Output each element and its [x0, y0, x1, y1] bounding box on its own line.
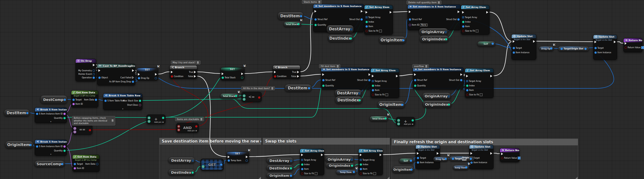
dropdown[interactable]: None: [420, 24, 428, 26]
output-pin[interactable]: [402, 38, 405, 42]
temp-item-pin[interactable]: [228, 159, 230, 162]
node-return-node-1[interactable]: Return NodeReturn Value✓: [623, 38, 642, 52]
variable-get-originitem[interactable]: OriginItem: [377, 101, 405, 108]
output-pin[interactable]: [290, 166, 292, 170]
exec-pin[interactable]: [396, 75, 398, 77]
data-pin[interactable]: [402, 39, 405, 41]
exec-pin[interactable]: [360, 154, 362, 156]
item-instance-pin[interactable]: [470, 161, 473, 164]
output-pin[interactable]: [448, 94, 450, 98]
variable-get-destindex[interactable]: DestIndex: [168, 169, 195, 176]
node-set-members-2[interactable]: Set members in S Item InstanceStruct Ref…: [408, 5, 461, 30]
data-pin[interactable]: [29, 144, 32, 146]
output-pin[interactable]: [192, 158, 194, 162]
operation-pin[interactable]: [93, 77, 95, 79]
data-pin[interactable]: [297, 23, 300, 25]
node-set-array-elem-2[interactable]: ƒSet Array ElemTarget ArrayIndexItemSize…: [461, 5, 490, 35]
comment-bubble[interactable]: Items are stackable: [175, 117, 204, 121]
node-update-slot-2[interactable]: Update SlotTarget is Inv SlotTargetItem …: [593, 35, 617, 60]
variable-get-sourcecomp[interactable]: SourceComp: [34, 161, 65, 167]
variable-get-self[interactable]: Self: [477, 41, 495, 47]
data-pin[interactable]: [61, 163, 63, 165]
exec-pin[interactable]: [93, 64, 95, 66]
short-desc-pin[interactable]: [139, 104, 141, 106]
variable-get-originindex[interactable]: OriginIndex: [326, 163, 355, 168]
exec-pin[interactable]: [501, 153, 503, 155]
output-pin[interactable]: [155, 77, 157, 79]
node-set-array-elem-6[interactable]: ƒSet Array ElemTarget ArrayIndexItemSize…: [358, 149, 383, 175]
struct-out-pin[interactable]: [368, 79, 371, 81]
data-pin[interactable]: [290, 167, 292, 169]
output-pin[interactable]: [290, 174, 292, 177]
variable-get-originarray[interactable]: OriginArray: [325, 156, 354, 162]
exec-pin[interactable]: [321, 154, 323, 156]
struct-out-pin[interactable]: [457, 18, 460, 21]
quantity-pin[interactable]: [63, 117, 66, 119]
node-set-total-stack[interactable]: SETTotal StackV.: [220, 67, 245, 80]
node-get-item-data-1[interactable]: ƒGet Item DataTarget is BP Inv CompTarge…: [71, 90, 98, 107]
output-pin[interactable]: [448, 102, 450, 106]
data-pin[interactable]: [353, 171, 355, 173]
output-pin[interactable]: [191, 170, 194, 174]
variable-get-destitem[interactable]: DestItem: [285, 84, 312, 92]
item-pin[interactable]: [466, 89, 468, 91]
comment-bubble[interactable]: Before swapping items, check whether the…: [72, 116, 115, 126]
comment-bubble[interactable]: Stack items: [302, 0, 322, 4]
quantity-pin[interactable]: [414, 85, 416, 87]
output-pin[interactable]: [492, 43, 494, 45]
variable-get-self[interactable]: Self: [399, 158, 414, 164]
exec-pin[interactable]: [466, 75, 468, 77]
true-pin[interactable]: [297, 71, 299, 73]
comment-box-title[interactable]: Swap the slots: [263, 138, 390, 145]
output-pin[interactable]: [358, 91, 360, 95]
variable-get-destarray[interactable]: DestArray: [335, 89, 362, 97]
exec-pin[interactable]: [380, 154, 382, 156]
array-pin[interactable]: [445, 31, 447, 33]
exec-pin[interactable]: [366, 11, 368, 14]
variable-get-originitem[interactable]: OriginItem: [392, 166, 414, 173]
struct-out-pin[interactable]: [460, 79, 462, 81]
output-pin[interactable]: [351, 164, 353, 167]
data-pin[interactable]: [308, 87, 310, 89]
target-pin[interactable]: [452, 158, 454, 160]
node-set-array-elem-3[interactable]: ƒSet Array ElemTarget ArrayIndexItemSize…: [371, 68, 399, 98]
as-bp-item-drag-drop-pin[interactable]: [132, 81, 134, 83]
origin-slot-pin[interactable]: [470, 158, 472, 160]
exec-pin[interactable]: [241, 73, 243, 75]
data-pin[interactable]: [358, 99, 361, 101]
node-on-drop[interactable]: On DropMy GeometryPointer EventOperation: [75, 59, 96, 81]
quantity-pin[interactable]: [322, 85, 325, 87]
node-break-s-item-instance-2[interactable]: Break S Item InstanceS Item InstanceItem…: [35, 140, 67, 156]
output-pin[interactable]: [26, 111, 28, 115]
node-and[interactable]: ANDAdd pin⊕: [176, 123, 199, 133]
data-pin[interactable]: [445, 38, 447, 40]
comment-bubble[interactable]: All fits in the dest item?: [241, 86, 275, 90]
max-stack-size-pin[interactable]: [139, 100, 141, 102]
variable-get-total-stack[interactable]: Total StackV.: [220, 93, 239, 99]
node-target-origin-slot-2[interactable]: TargetOrigin Slot: [449, 156, 474, 161]
condition-pin[interactable]: [274, 75, 276, 78]
data-pin[interactable]: [64, 99, 66, 101]
exec-pin[interactable]: [486, 11, 488, 14]
variable-get-originitem[interactable]: OriginItem: [5, 141, 33, 149]
target-array-pin[interactable]: [301, 159, 303, 161]
comment-bubble[interactable]: May I try and stack?: [171, 61, 200, 65]
target-array-pin[interactable]: [366, 16, 368, 18]
exec-pin[interactable]: [274, 71, 276, 73]
size-to-fit-pin[interactable]: [372, 94, 374, 96]
target-array-pin[interactable]: [360, 159, 362, 161]
return-value-pin[interactable]: [625, 46, 627, 49]
condition-pin[interactable]: [171, 75, 173, 78]
item-data-pin[interactable]: [95, 99, 97, 101]
output-pin[interactable]: [410, 160, 412, 162]
output-pin[interactable]: [235, 95, 237, 98]
output-pin[interactable]: [300, 14, 302, 18]
index-pin[interactable]: [301, 163, 303, 166]
data-pin[interactable]: [350, 37, 352, 40]
output-pin[interactable]: [410, 168, 413, 171]
item-pin[interactable]: [372, 89, 374, 91]
data-pin[interactable]: [448, 103, 450, 106]
index-pin[interactable]: [466, 85, 468, 87]
exec-pin[interactable]: [437, 152, 439, 155]
item-pin[interactable]: [360, 168, 362, 170]
